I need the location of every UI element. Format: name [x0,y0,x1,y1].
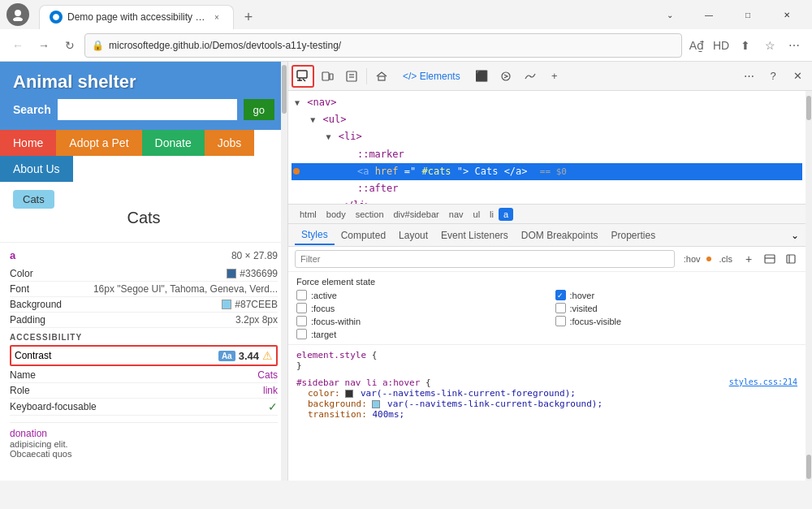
element-style-close: } [296,360,797,371]
bc-section[interactable]: section [351,208,389,221]
tab-close-button[interactable]: × [210,11,223,24]
webpage-scroll-thumb[interactable] [282,65,287,114]
sidebar-rule-link[interactable]: styles.css:214 [729,377,797,386]
nav-home[interactable]: Home [0,130,56,156]
background-prop: Background #87CEEB [10,297,278,313]
nav-adopt[interactable]: Adopt a Pet [56,130,141,156]
inspect-element-button[interactable] [292,65,314,88]
devtools-scroll-thumb-bottom[interactable] [806,455,811,479]
nav-about[interactable]: About Us [0,156,73,182]
tabs-overflow[interactable]: ⌄ [791,230,799,241]
styles-tab[interactable]: Styles [295,226,335,245]
search-input[interactable] [58,99,237,120]
devtools-main: ▼ <nav> ▼ <ul> ▼ <li> [288,91,806,481]
bc-html[interactable]: html [295,208,322,221]
more-tools-button[interactable]: + [543,65,566,88]
bc-li[interactable]: li [485,208,499,221]
bc-ul[interactable]: ul [469,208,486,221]
active-checkbox[interactable] [296,290,307,300]
dom-breakpoints-tab[interactable]: DOM Breakpoints [515,226,605,244]
window-minimize-chevron[interactable]: ⌄ [651,2,689,28]
svg-point-0 [15,10,21,16]
settings-button[interactable]: ⋯ [783,34,806,57]
expand-li[interactable]: ▼ [326,132,330,141]
dom-nav[interactable]: ▼ <nav> [292,94,802,111]
home-button[interactable] [370,65,393,88]
expand-nav[interactable]: ▼ [295,98,300,107]
focus-within-checkbox[interactable] [296,316,307,326]
window-minimize-button[interactable]: — [690,2,728,28]
layout-tab[interactable]: Layout [392,226,434,244]
sidebar-selector-line: #sidebar nav li a:hover { styles.css:214 [296,377,797,388]
window-close-button[interactable]: ✕ [768,2,806,28]
state-visited: :visited [555,303,798,313]
name-value: Cats [257,369,278,381]
webpage-scrollbar [281,62,287,481]
active-tab[interactable]: Demo page with accessibility iss × [39,5,234,29]
devtools-more-button[interactable]: ⋯ [737,65,760,88]
tab-bar: Demo page with accessibility iss × + [32,1,648,29]
dom-li-close[interactable]: </li> [292,197,802,205]
device-toggle-button[interactable] [316,65,339,88]
window-controls: ⌄ — □ ✕ [651,2,806,28]
nav-donate[interactable]: Donate [142,130,205,156]
bc-div-sidebar[interactable]: div#sidebar [389,208,444,221]
accessibility-tree-button[interactable] [340,65,363,88]
bc-a[interactable]: a [499,208,513,221]
elements-tab[interactable]: </> Elements [395,67,469,85]
filter-input[interactable] [295,250,675,268]
window-maximize-button[interactable]: □ [729,2,767,28]
new-tab-button[interactable]: + [237,6,260,29]
read-aloud-button[interactable]: A₫ [685,34,708,57]
computed-tab[interactable]: Computed [335,226,392,244]
bc-body[interactable]: body [322,208,351,221]
event-listeners-tab[interactable]: Event Listeners [434,226,515,244]
dom-marker[interactable]: ::marker [292,146,802,163]
cls-button[interactable]: .cls [716,252,736,265]
visited-checkbox[interactable] [555,303,566,313]
sources-tab-button[interactable] [495,65,517,88]
nav-right-buttons: A₫ HD ⬆ ☆ ⋯ [685,34,806,57]
visited-label: :visited [570,304,598,313]
dom-after[interactable]: ::after [292,180,802,197]
share-button[interactable]: ⬆ [734,34,757,57]
shelter-search: Search go [13,99,274,120]
address-bar[interactable]: 🔒 microsoftedge.github.io/Demos/devtools… [84,33,682,58]
back-button[interactable]: ← [6,34,29,57]
dom-li[interactable]: ▼ <li> [292,128,802,145]
dom-ul[interactable]: ▼ <ul> [292,111,802,128]
section-title: Cats [13,209,274,227]
expand-ul[interactable]: ▼ [310,115,315,124]
background-swatch [222,300,231,309]
properties-tab[interactable]: Properties [605,226,663,244]
focus-visible-checkbox[interactable] [555,316,566,326]
devtools-scroll-thumb-top[interactable] [806,96,811,120]
bottom-text-area: donation adipisicing elit. Obcaecati quo… [10,422,278,459]
color-css-swatch [345,390,353,398]
console-tab-button[interactable]: ⬛ [470,65,493,88]
network-tab-button[interactable] [519,65,542,88]
bottom-text: Obcaecati quos [10,449,278,459]
computed-style-button[interactable] [783,251,799,267]
nav-jobs[interactable]: Jobs [205,130,255,156]
add-style-button[interactable]: + [741,251,757,267]
search-go-button[interactable]: go [244,99,274,120]
focus-label: :focus [311,304,335,313]
new-rule-button[interactable] [762,251,778,267]
forward-button[interactable]: → [32,34,55,57]
hover-checkbox[interactable]: ✓ [555,290,566,300]
dom-a-cats[interactable]: <a href =" #cats "> Cats </a> == $0 [292,163,802,180]
favorites-button[interactable]: ☆ [758,34,781,57]
devtools-close-button[interactable]: ✕ [786,65,809,88]
reload-button[interactable]: ↻ [58,34,81,57]
immersive-reader-button[interactable]: HD [710,34,732,57]
bc-nav[interactable]: nav [444,208,469,221]
devtools-help-button[interactable]: ? [762,65,784,88]
focus-checkbox[interactable] [296,303,307,313]
target-checkbox[interactable] [296,329,307,339]
hov-button[interactable]: :hov [680,252,705,266]
cats-tab[interactable]: Cats [13,190,54,209]
devtools-panel-tabs: </> Elements [395,67,469,85]
color-value: #336699 [227,268,278,279]
selected-indicator [293,168,300,175]
